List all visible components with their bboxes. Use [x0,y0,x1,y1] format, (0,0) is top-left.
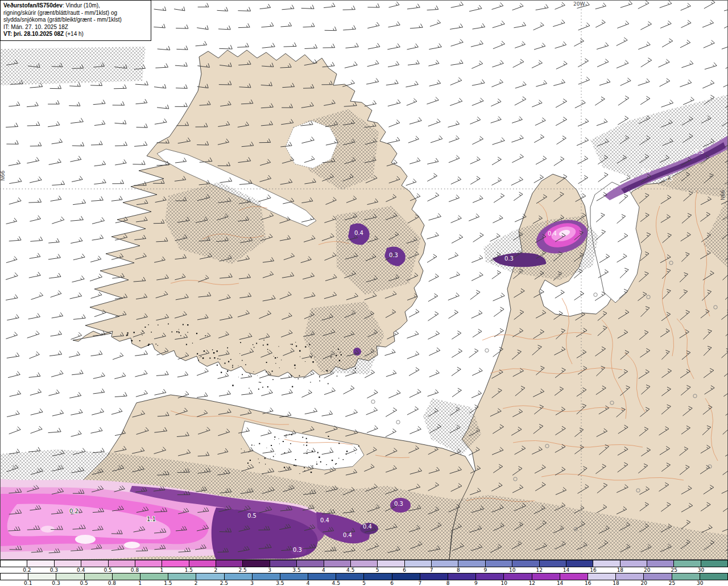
precip-blob [124,542,140,548]
colorbar-label: 10 [500,580,507,586]
colorbar-cell [672,573,700,580]
colorbar-label: 20 [644,567,650,573]
colorbar-label: 12 [529,580,535,586]
meridian-label: 20W [573,1,585,7]
colorbar-label: 16 [585,580,591,586]
colorbar-cell [532,573,560,580]
colorbar-cell [615,573,643,580]
colorbar-label: 8 [457,567,460,573]
colorbar-cell [308,573,336,580]
legend-lead-time: (+14 h) [64,31,84,37]
colorbar-cell [27,560,53,567]
colorbar-cell [216,560,242,567]
colorbar-label: 4 [307,580,310,586]
colorbar-cell [1,573,28,580]
colorbar-label: 5 [362,580,366,586]
precip-value-label: 0.3 [394,501,403,507]
colorbar-cell [560,573,588,580]
colorbar-cell [503,573,531,580]
colorbar-cells [0,573,728,580]
colorbar-cell [324,560,350,567]
colorbar-label: 5 [376,567,379,573]
colorbar-label: 7 [430,567,433,573]
colorbar-cell [296,560,323,567]
colorbar-cell [168,573,196,580]
colorbar-cell [350,560,377,567]
colorbar-cells [0,560,728,567]
precip-value-label: 1.1 [147,516,156,522]
precip-value-label: 0.5 [664,176,673,182]
colorbar-cell [270,560,296,567]
precip-value-label: 0.4 [343,532,352,538]
colorbar-cell [81,560,107,567]
colorbar-cell [566,560,593,567]
colorbar-label: 0.5 [80,580,88,586]
parallel-label-left: N66 [0,171,6,181]
precip-value-label: 0.4 [548,230,557,237]
colorbar-cell [475,573,503,580]
colorbar-cell [162,560,188,567]
colorbar-cell [485,560,512,567]
colorbar-label: 25 [669,580,675,586]
colorbar-label: 7 [419,580,422,586]
colorbar-label: 0.5 [104,567,111,573]
colorbar-cell [700,573,727,580]
colorbar-cell [377,560,404,567]
legend-title-rest: : Vindur (10m), [63,2,100,9]
colorbar-label: 3 [268,567,271,573]
colorbar-cell [112,573,140,580]
colorbar-label: 1.5 [164,580,172,586]
colorbar-label: 1.5 [185,567,193,573]
legend-valid-time: VT: þri. 28.10.2025 08Z [3,31,64,37]
precip-value-label: 0.5 [695,148,704,155]
colorbar-label: 1 [160,567,164,573]
colorbar-label: 18 [617,567,623,573]
colorbar-label: 9 [483,567,487,573]
colorbar-label: 0.3 [52,580,60,586]
colorbar-label: 8 [446,580,450,586]
colorbar-cell [647,560,673,567]
legend-title-line: Veðurstofan/IS750dev: Vindur (10m), [3,2,148,10]
colorbar-label: 18 [613,580,619,586]
colorbar-cell [363,573,391,580]
colorbar-cell [189,560,216,567]
colorbar-cell [701,560,727,567]
colorbar-label: 2.5 [238,567,246,573]
precip-value-label: 0.4 [354,230,363,236]
colorbar-label: 30 [698,567,704,573]
legend-init-time: IT: Mán. 27. 10. 2025 18Z [3,24,148,31]
colorbar-cell [54,560,81,567]
colorbar-cell [392,573,420,580]
colorbar-cell [512,560,539,567]
precip-blob [75,535,96,544]
colorbar-label: 6 [403,567,406,573]
colorbar-label: 3 [250,580,254,586]
colorbar-cell [593,560,619,567]
colorbar-label: 20 [641,580,647,586]
weather-map: 0.40.50.50.40.30.30.40.21.10.50.40.40.30… [0,0,728,560]
precip-value-label: 0.5 [247,513,257,519]
colorbar-label: 2 [195,580,198,586]
colorbar-cell [140,573,168,580]
colorbar-label: 0.3 [50,567,58,573]
colorbar-cell [458,560,485,567]
colorbar-cell [56,573,84,580]
colorbar-cell [196,573,224,580]
colorbar-label: 6 [390,580,394,586]
colorbar-cell [404,560,431,567]
colorbar-label: 30 [697,580,703,586]
colorbar-legends: 0.20.30.40.50.811.522.533.544.5567891012… [0,560,728,586]
colorbar-cell [242,560,269,567]
legend-valid-time-line: VT: þri. 28.10.2025 08Z (+14 h) [3,31,148,38]
colorbar-cell [448,573,475,580]
precip-value-label: 0.3 [293,547,302,553]
colorbar-cell [135,560,162,567]
colorbar-label: 4.5 [346,567,354,573]
parallel-label-right: N66 [720,190,726,200]
precip-value-label: 0.2 [69,508,78,514]
colorbar-sleet-snow: 0.20.30.40.50.811.522.533.544.5567891012… [0,560,728,573]
precip-value-label: 0.4 [642,168,651,174]
colorbar-cell [108,560,135,567]
colorbar-label: 3.5 [292,567,300,573]
colorbar-label: 4.5 [332,580,340,586]
